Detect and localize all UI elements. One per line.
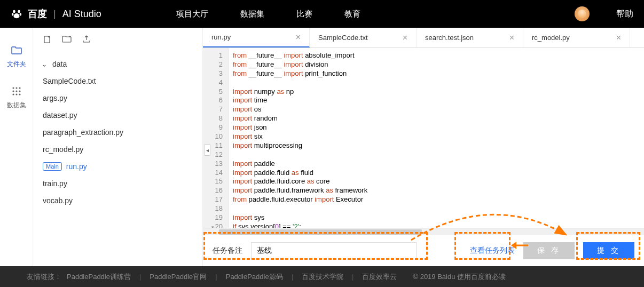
task-remark-input[interactable] [251, 242, 417, 259]
tree-folder-data[interactable]: data [41, 55, 195, 73]
rail-files-label: 文件夹 [0, 60, 33, 69]
tree-file[interactable]: rc_model.py [41, 141, 195, 158]
editor-tabs: run.py× SampleCode.txt× search.test.json… [203, 28, 644, 48]
svg-point-0 [13, 10, 15, 13]
new-file-icon[interactable] [43, 35, 51, 46]
footer-link[interactable]: 百度技术学院 [302, 272, 343, 282]
rail-datasets[interactable]: 数据集 [0, 85, 33, 110]
svg-point-3 [20, 13, 22, 15]
main-badge: Main [43, 162, 62, 171]
footer-copyright: © 2019 Baidu 使用百度前必读 [413, 272, 506, 282]
svg-point-8 [15, 90, 17, 92]
tree-file-main[interactable]: Mainrun.py [41, 158, 195, 175]
tree-file[interactable]: train.py [41, 175, 195, 192]
rail-datasets-label: 数据集 [0, 101, 33, 110]
horizontal-scrollbar[interactable] [203, 228, 644, 235]
footer-link[interactable]: 百度效率云 [362, 272, 397, 282]
footer: 友情链接： PaddlePaddle训练营| PaddlePaddle官网| P… [0, 266, 644, 287]
task-remark-label: 任务备注 [213, 246, 242, 256]
close-icon[interactable]: × [509, 33, 514, 43]
nav-edu[interactable]: 教育 [344, 9, 360, 19]
nav-dataset[interactable]: 数据集 [240, 9, 264, 19]
footer-link[interactable]: PaddlePaddle训练营 [67, 272, 131, 282]
footer-link[interactable]: PaddlePaddle源码 [226, 272, 283, 282]
brand-logo[interactable]: 百度 | AI Studio [11, 7, 101, 20]
footer-links-label: 友情链接： [27, 272, 61, 282]
footer-link[interactable]: PaddlePaddle官网 [150, 272, 207, 282]
svg-point-5 [15, 87, 17, 89]
top-navbar: 百度 | AI Studio 项目大厅 数据集 比赛 教育 帮助 [0, 0, 644, 28]
scroll-thumb[interactable] [219, 229, 422, 235]
close-icon[interactable]: × [616, 33, 621, 43]
task-bar: 任务备注 查看任务列表 保 存 提 交 [203, 235, 644, 266]
sidebar-collapse-icon[interactable]: ◂ [204, 144, 210, 156]
folder-icon [0, 44, 33, 57]
svg-point-6 [19, 87, 20, 89]
grid-icon [0, 85, 33, 98]
nav-match[interactable]: 比赛 [296, 9, 312, 19]
file-tree: data SampleCode.txt args.py dataset.py p… [33, 53, 202, 211]
editor-area: run.py× SampleCode.txt× search.test.json… [203, 28, 644, 266]
paw-icon [11, 8, 22, 20]
close-icon[interactable]: × [296, 33, 301, 42]
tab-run-py[interactable]: run.py× [203, 28, 310, 47]
rail-files[interactable]: 文件夹 [0, 44, 33, 69]
upload-icon[interactable] [82, 35, 91, 46]
user-avatar[interactable] [575, 6, 590, 21]
save-button[interactable]: 保 存 [523, 242, 575, 259]
svg-point-10 [12, 93, 14, 95]
nav-help[interactable]: 帮助 [616, 9, 633, 20]
tree-file[interactable]: paragraph_extraction.py [41, 124, 195, 141]
nav-project-hall[interactable]: 项目大厅 [176, 9, 208, 19]
svg-point-11 [15, 93, 17, 95]
brand-baidu: 百度 [28, 7, 47, 20]
top-right: 帮助 [575, 6, 633, 21]
tab-search-json[interactable]: search.test.json× [417, 28, 523, 47]
svg-point-2 [12, 13, 14, 15]
submit-button[interactable]: 提 交 [583, 242, 634, 259]
svg-point-12 [19, 93, 20, 95]
top-nav: 项目大厅 数据集 比赛 教育 [176, 9, 360, 19]
code-lines[interactable]: from __future__ import absolute_importfr… [229, 48, 644, 228]
line-gutter: 123456789101112131415161718192021222324 [203, 48, 229, 228]
brand-separator: | [53, 9, 56, 20]
close-icon[interactable]: × [403, 33, 407, 43]
brand-studio: AI Studio [62, 9, 101, 20]
svg-point-7 [12, 90, 14, 92]
left-rail: 文件夹 数据集 [0, 28, 33, 266]
code-editor[interactable]: 123456789101112131415161718192021222324 … [203, 48, 644, 228]
tree-file[interactable]: dataset.py [41, 107, 195, 124]
svg-point-9 [19, 90, 20, 92]
new-folder-icon[interactable] [62, 35, 72, 46]
tab-rc-model[interactable]: rc_model.py× [523, 28, 630, 47]
sidebar-toolbar [33, 28, 202, 53]
file-sidebar: data SampleCode.txt args.py dataset.py p… [33, 28, 203, 266]
svg-point-4 [12, 87, 14, 89]
tab-samplecode[interactable]: SampleCode.txt× [310, 28, 417, 47]
tree-file[interactable]: vocab.py [41, 192, 195, 209]
tree-file[interactable]: SampleCode.txt [41, 73, 195, 90]
view-task-list-link[interactable]: 查看任务列表 [470, 246, 515, 256]
tree-file[interactable]: args.py [41, 90, 195, 107]
svg-point-1 [18, 10, 20, 13]
